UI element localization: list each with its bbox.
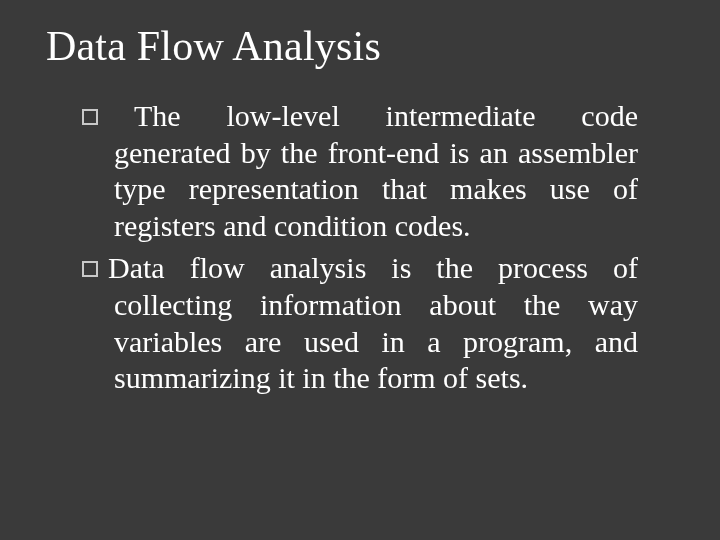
slide-body: The low-level intermediate code generate… bbox=[46, 98, 674, 397]
bullet-text: Data flow analysis is the process of col… bbox=[108, 251, 638, 394]
slide-title: Data Flow Analysis bbox=[46, 22, 674, 70]
slide: Data Flow Analysis The low-level interme… bbox=[0, 0, 720, 540]
square-bullet-icon bbox=[82, 261, 98, 277]
bullet-text: The low-level intermediate code generate… bbox=[114, 99, 638, 242]
square-bullet-icon bbox=[82, 109, 98, 125]
list-item: The low-level intermediate code generate… bbox=[82, 98, 638, 244]
list-item: Data flow analysis is the process of col… bbox=[82, 250, 638, 396]
